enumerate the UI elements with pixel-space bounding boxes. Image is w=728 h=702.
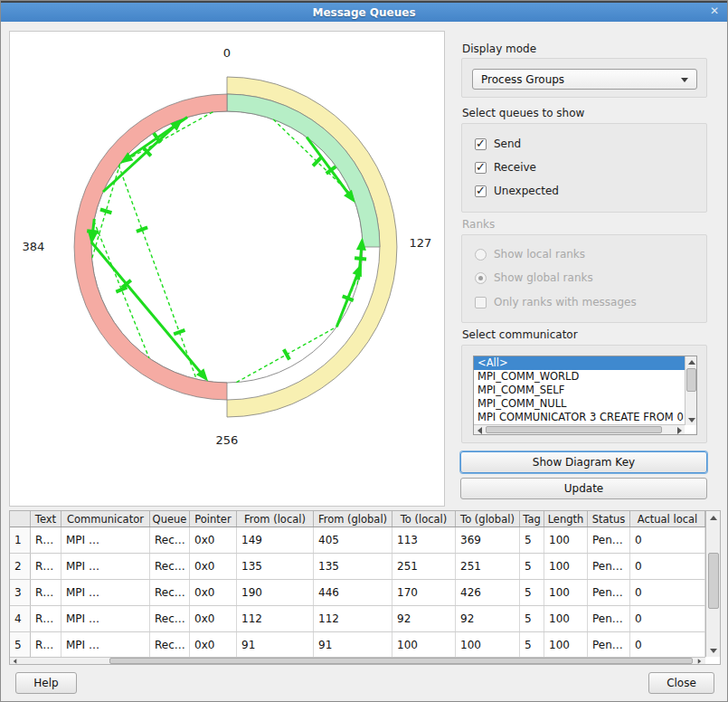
table-cell: 91: [314, 632, 392, 658]
checkbox-only-ranks-with-messages[interactable]: Only ranks with messages: [475, 294, 637, 310]
checkbox-unexpected[interactable]: ✓Unexpected: [475, 183, 559, 199]
titlebar[interactable]: Message Queues ✕: [1, 3, 727, 22]
column-header-length[interactable]: Length: [544, 511, 588, 526]
table-row[interactable]: 2R…MPI …Rec…0x01351352512515100Pen…0: [10, 554, 705, 580]
table-cell: 1: [10, 527, 31, 553]
table-cell: MPI …: [61, 632, 150, 658]
checkbox-icon[interactable]: ✓: [475, 185, 487, 197]
communicator-hscrollbar[interactable]: [474, 424, 685, 434]
table-cell: Rec…: [150, 632, 190, 658]
column-header-status[interactable]: Status: [588, 511, 630, 526]
column-header-rownum[interactable]: [10, 511, 31, 526]
queues-label: Select queues to show: [462, 107, 584, 119]
scroll-left-icon[interactable]: [10, 658, 19, 664]
show-diagram-key-button[interactable]: Show Diagram Key: [460, 451, 707, 473]
table-cell: 100: [456, 632, 520, 658]
table-cell: 112: [314, 606, 392, 631]
scroll-left-icon[interactable]: [474, 425, 485, 435]
communicator-item[interactable]: MPI_COMM_WORLD: [474, 370, 685, 384]
table-row[interactable]: 4R…MPI …Rec…0x011211292925100Pen…0: [10, 606, 705, 632]
table-row[interactable]: 5R…MPI …Rec…0x091911001005100Pen…0: [10, 632, 705, 659]
table-hscrollbar[interactable]: [10, 657, 705, 664]
update-button[interactable]: Update: [460, 478, 707, 499]
radio-show-local-ranks[interactable]: Show local ranks: [475, 246, 585, 262]
table-cell: 92: [456, 606, 520, 631]
table-cell: 190: [237, 580, 314, 605]
table-cell: 112: [237, 606, 314, 631]
checkbox-send[interactable]: ✓Send: [475, 136, 521, 152]
table-cell: 0: [630, 606, 705, 631]
table-cell: 100: [544, 632, 588, 658]
hscroll-thumb[interactable]: [109, 658, 693, 664]
column-header-text[interactable]: Text: [31, 511, 61, 526]
table-cell: 5: [520, 554, 544, 579]
ranks-label: Ranks: [462, 218, 495, 231]
column-header-from-local[interactable]: From (local): [237, 511, 314, 526]
column-header-from-global[interactable]: From (global): [314, 511, 392, 526]
vscroll-thumb[interactable]: [686, 368, 696, 392]
table-cell: 405: [314, 527, 392, 553]
table-cell: 0: [630, 632, 705, 658]
table-cell: Pen…: [588, 580, 630, 605]
display-mode-value: Process Groups: [481, 73, 564, 86]
communicator-item[interactable]: MPI_COMM_SELF: [474, 384, 685, 397]
communicator-item[interactable]: MPI COMMUNICATOR 3 CREATE FROM 0: [474, 411, 685, 424]
radio-icon[interactable]: [475, 272, 487, 284]
display-mode-select[interactable]: Process Groups: [472, 69, 697, 90]
column-header-queue[interactable]: Queue: [150, 511, 190, 526]
scroll-right-icon[interactable]: [674, 425, 685, 435]
column-header-actual-local[interactable]: Actual local: [630, 511, 705, 526]
table-cell: R…: [31, 606, 61, 631]
message-tick: [100, 210, 111, 213]
table-cell: 0x0: [190, 580, 237, 605]
message-tick: [343, 296, 354, 300]
close-button[interactable]: Close: [648, 672, 714, 694]
chevron-down-icon: [681, 78, 688, 82]
column-header-to-local[interactable]: To (local): [392, 511, 456, 526]
radio-show-global-ranks[interactable]: Show global ranks: [475, 270, 593, 286]
rank-label-0: 0: [223, 46, 231, 60]
scroll-down-icon[interactable]: [685, 414, 697, 425]
column-header-pointer[interactable]: Pointer: [190, 511, 237, 526]
communicator-list[interactable]: <All>MPI_COMM_WORLDMPI_COMM_SELFMPI_COMM…: [473, 356, 697, 435]
communicator-group: <All>MPI_COMM_WORLDMPI_COMM_SELFMPI_COMM…: [461, 345, 707, 443]
table-cell: Rec…: [150, 580, 190, 605]
help-button[interactable]: Help: [15, 672, 77, 694]
checkbox-icon[interactable]: ✓: [475, 162, 487, 174]
vscroll-thumb[interactable]: [708, 553, 719, 609]
communicator-item[interactable]: MPI_COMM_NULL: [474, 397, 685, 411]
checkbox-icon[interactable]: ✓: [475, 138, 487, 150]
column-header-communicator[interactable]: Communicator: [61, 511, 150, 526]
communicator-item[interactable]: <All>: [474, 356, 685, 370]
column-header-tag[interactable]: Tag: [520, 511, 544, 526]
table-cell: 100: [544, 527, 588, 553]
radio-icon[interactable]: [475, 249, 487, 261]
table-cell: 0x0: [190, 554, 237, 579]
table-row[interactable]: 3R…MPI …Rec…0x01904461704265100Pen…0: [10, 580, 705, 606]
table-cell: MPI …: [61, 606, 150, 631]
ranks-group: Show local ranksShow global ranksOnly ra…: [461, 234, 707, 323]
table-cell: 149: [237, 527, 314, 553]
scroll-up-icon[interactable]: [706, 511, 721, 524]
checkbox-receive[interactable]: ✓Receive: [475, 159, 536, 176]
table-row[interactable]: 1R…MPI …Rec…0x01494051133695100Pen…0: [10, 527, 705, 554]
communicator-label: Select communicator: [462, 328, 578, 341]
hscroll-thumb[interactable]: [486, 426, 662, 433]
table-cell: MPI …: [61, 580, 150, 605]
close-window-icon[interactable]: ✕: [710, 5, 719, 17]
message-line: [91, 242, 203, 376]
option-label: Unexpected: [494, 185, 559, 197]
table-cell: 0x0: [190, 606, 237, 631]
message-tick: [174, 330, 184, 334]
table-cell: 5: [520, 632, 544, 658]
communicator-vscrollbar[interactable]: [685, 356, 696, 425]
table-cell: 0: [630, 527, 705, 553]
option-label: Show local ranks: [494, 248, 585, 261]
table-vscrollbar[interactable]: [705, 511, 720, 657]
scroll-up-icon[interactable]: [685, 356, 697, 367]
checkbox-icon[interactable]: [475, 297, 487, 308]
window-title: Message Queues: [312, 6, 415, 19]
scroll-down-icon[interactable]: [706, 644, 721, 657]
scroll-right-icon[interactable]: [695, 658, 704, 664]
column-header-to-global[interactable]: To (global): [456, 511, 520, 526]
